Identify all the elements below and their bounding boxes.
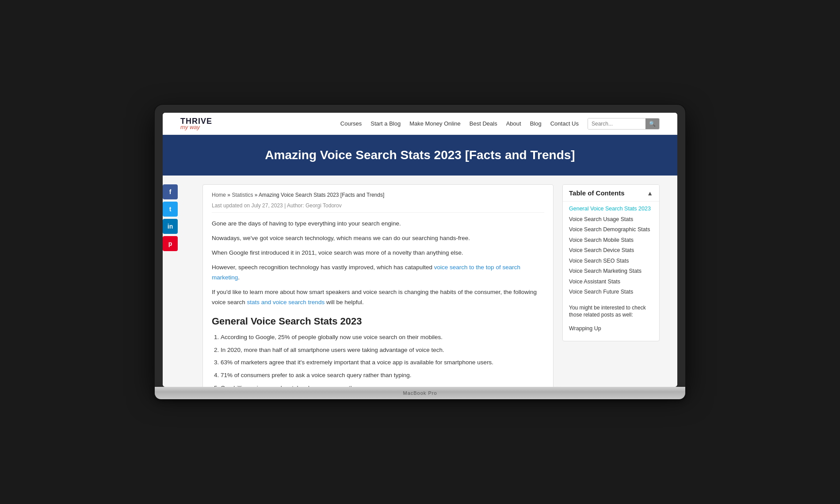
article-para-1: Gone are the days of having to type ever…: [212, 219, 544, 229]
article-box: Home » Statistics » Amazing Voice Search…: [202, 184, 554, 387]
logo-myway: my way: [180, 124, 212, 130]
toc-title: Table of Contents: [569, 189, 625, 197]
toc-link-3[interactable]: Voice Search Demographic Stats: [569, 226, 653, 234]
toc-link-1[interactable]: General Voice Search Stats 2023: [569, 205, 653, 213]
toc-header: Table of Contents ▲: [563, 185, 659, 202]
laptop-base: MacBook Pro: [155, 387, 685, 399]
list-item: One billion voice searches take place ev…: [221, 383, 544, 387]
article-section: Home » Statistics » Amazing Voice Search…: [202, 184, 554, 387]
article-meta: Last updated on July 27, 2023 | Author: …: [212, 202, 544, 213]
main-content: f t in p Home » Statistics: [163, 176, 677, 387]
linkedin-share-button[interactable]: in: [163, 219, 178, 234]
screen-bezel: THRIVE my way Courses Start a Blog Make …: [155, 105, 685, 387]
facebook-share-button[interactable]: f: [163, 184, 178, 199]
nav-contact[interactable]: Contact Us: [550, 120, 579, 127]
toc-wrapping-list: Wrapping Up: [563, 321, 659, 341]
toc-item-8: Voice Assistant Stats: [569, 278, 653, 286]
pinterest-share-button[interactable]: p: [163, 236, 178, 251]
toc-toggle-button[interactable]: ▲: [647, 190, 653, 197]
breadcrumb-sep1: »: [227, 192, 232, 198]
toc-list: General Voice Search Stats 2023 Voice Se…: [563, 202, 659, 304]
list-item: 63% of marketers agree that it's extreme…: [221, 358, 544, 368]
article-para-4: However, speech recognition technology h…: [212, 263, 544, 283]
twitter-share-button[interactable]: t: [163, 202, 178, 217]
article-para-3: When Google first introduced it in 2011,…: [212, 248, 544, 258]
toc-link-7[interactable]: Voice Search Marketing Stats: [569, 267, 653, 275]
article-para-5: If you'd like to learn more about how sm…: [212, 287, 544, 308]
toc-link-wrapping[interactable]: Wrapping Up: [569, 325, 653, 333]
toc-item-2: Voice Search Usage Stats: [569, 216, 653, 224]
toc-item-wrapping: Wrapping Up: [569, 325, 653, 333]
search-wrap: 🔍: [588, 118, 660, 130]
article-body: Gone are the days of having to type ever…: [212, 219, 544, 387]
nav-make-money[interactable]: Make Money Online: [409, 120, 461, 127]
toc-item-7: Voice Search Marketing Stats: [569, 267, 653, 275]
list-item: According to Google, 25% of people globa…: [221, 332, 544, 343]
logo[interactable]: THRIVE my way: [180, 117, 212, 130]
section-title: General Voice Search Stats 2023: [212, 316, 544, 327]
laptop-shell: THRIVE my way Courses Start a Blog Make …: [155, 105, 685, 399]
nav-about[interactable]: About: [506, 120, 521, 127]
nav-best-deals[interactable]: Best Deals: [470, 120, 497, 127]
breadcrumb-current: Amazing Voice Search Stats 2023 [Facts a…: [259, 192, 384, 198]
toc-link-6[interactable]: Voice Search SEO Stats: [569, 257, 653, 265]
voice-search-link[interactable]: voice search to the top of search market…: [212, 264, 520, 281]
toc-item-6: Voice Search SEO Stats: [569, 257, 653, 265]
toc-box: Table of Contents ▲ General Voice Search…: [562, 184, 660, 341]
list-item: In 2020, more than half of all smartphon…: [221, 345, 544, 355]
social-sidebar: f t in p: [163, 184, 178, 251]
hero-banner: Amazing Voice Search Stats 2023 [Facts a…: [163, 135, 677, 176]
toc-link-9[interactable]: Voice Search Future Stats: [569, 288, 653, 296]
article-list: According to Google, 25% of people globa…: [212, 332, 544, 387]
article-para-2: Nowadays, we've got voice search technol…: [212, 233, 544, 244]
toc-item-1: General Voice Search Stats 2023: [569, 205, 653, 213]
stats-trends-link[interactable]: stats and voice search trends: [247, 299, 325, 305]
site-header: THRIVE my way Courses Start a Blog Make …: [163, 113, 677, 135]
toc-item-9: Voice Search Future Stats: [569, 288, 653, 296]
laptop-screen: THRIVE my way Courses Start a Blog Make …: [163, 113, 677, 387]
list-item: 71% of consumers prefer to ask a voice s…: [221, 370, 544, 381]
toc-link-5[interactable]: Voice Search Device Stats: [569, 247, 653, 255]
toc-item-3: Voice Search Demographic Stats: [569, 226, 653, 234]
breadcrumb-statistics[interactable]: Statistics: [232, 192, 253, 198]
hero-title: Amazing Voice Search Stats 2023 [Facts a…: [180, 148, 660, 162]
toc-link-8[interactable]: Voice Assistant Stats: [569, 278, 653, 286]
breadcrumb: Home » Statistics » Amazing Voice Search…: [212, 192, 544, 198]
nav-blog[interactable]: Blog: [530, 120, 542, 127]
toc-related-note: You might be interested to check those r…: [563, 304, 659, 322]
toc-item-4: Voice Search Mobile Stats: [569, 237, 653, 244]
search-button[interactable]: 🔍: [645, 118, 659, 129]
breadcrumb-sep2: »: [255, 192, 259, 198]
toc-link-4[interactable]: Voice Search Mobile Stats: [569, 237, 653, 244]
site-nav: Courses Start a Blog Make Money Online B…: [340, 118, 660, 130]
nav-courses[interactable]: Courses: [340, 120, 362, 127]
search-input[interactable]: [588, 118, 645, 129]
breadcrumb-home[interactable]: Home: [212, 192, 226, 198]
site-wrapper: THRIVE my way Courses Start a Blog Make …: [163, 113, 677, 387]
nav-start-blog[interactable]: Start a Blog: [370, 120, 401, 127]
laptop-model-label: MacBook Pro: [403, 390, 437, 396]
toc-item-5: Voice Search Device Stats: [569, 247, 653, 255]
toc-link-2[interactable]: Voice Search Usage Stats: [569, 216, 653, 224]
toc-sidebar: Table of Contents ▲ General Voice Search…: [562, 184, 660, 387]
